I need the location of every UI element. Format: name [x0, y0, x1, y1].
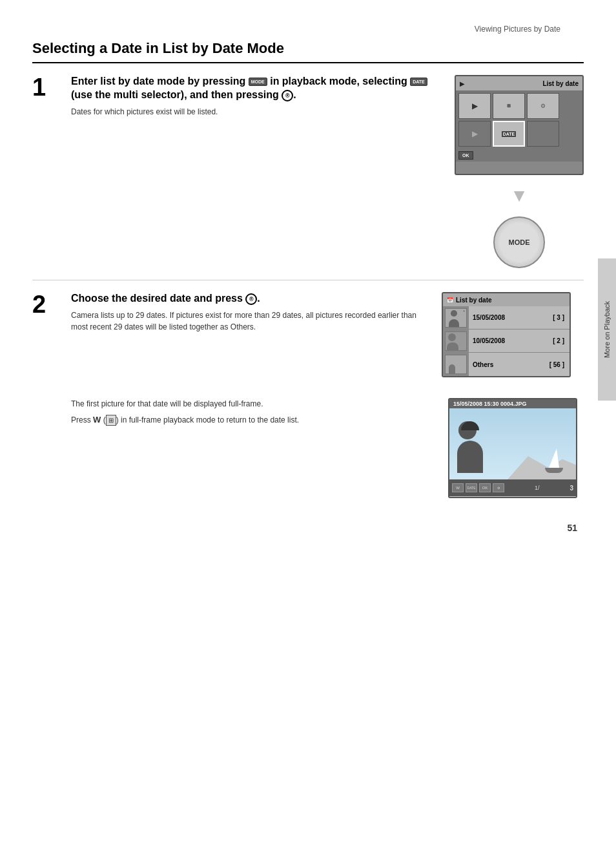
- content: 1 Enter list by date mode by pressing MO…: [0, 63, 616, 510]
- cs2-thumb-others: [443, 353, 469, 376]
- page: More on Playback Viewing Pictures by Dat…: [0, 0, 616, 849]
- cs1-cell-right2: [527, 121, 559, 147]
- cs1-cell-playback: ▶: [458, 93, 491, 119]
- person-body: [457, 441, 483, 473]
- cs1-cell-right1: ⚙: [527, 93, 559, 119]
- page-number: 51: [0, 510, 616, 546]
- cs1-header: ▶ List by date: [456, 76, 582, 90]
- step-2-number: 2: [32, 292, 58, 317]
- cs2-count-2: [ 2 ]: [553, 337, 570, 344]
- cs3-count-info: 3: [570, 485, 573, 492]
- cs1-cell-date-selected: DATE: [493, 121, 525, 147]
- camera-screen-fullframe: 15/05/2008 15:30 0004.JPG: [448, 398, 577, 498]
- date-inline-icon: DATE: [410, 78, 427, 86]
- cs3-bottom-icons: W DATE OK ⚙: [452, 483, 504, 492]
- step-2-images: 📅 List by date * 15/05/2008: [442, 292, 584, 377]
- step-1-images: ▶ List by date ▶ ▶: [455, 75, 584, 268]
- step-2-content: Choose the desired date and press ®. Cam…: [71, 292, 429, 335]
- step-1-number: 1: [32, 75, 58, 100]
- cs2-row-1: * 15/05/2008 [ 3 ]: [443, 306, 570, 330]
- cs2-thumb-1: *: [443, 306, 469, 330]
- w-btn-label: W: [93, 415, 101, 424]
- cs2-date-icon: 📅: [447, 297, 453, 303]
- mode-inline-icon: MODE: [249, 78, 267, 86]
- step-2-row: 2 Choose the desired date and press ®. C…: [32, 280, 584, 389]
- thumbnail-icon: ⊞: [106, 415, 116, 426]
- person-head: [458, 421, 477, 439]
- hull: [545, 468, 563, 473]
- ok-circle-1: ®: [282, 90, 293, 101]
- section-title: Selecting a Date in List by Date Mode: [32, 40, 584, 63]
- cs2-header: 📅 List by date: [443, 293, 570, 306]
- person-hair: [461, 421, 479, 430]
- cs2-others-count: [ 56 ]: [549, 361, 570, 368]
- cs3-icon-1: W: [452, 483, 464, 492]
- cs2-others-label: Others: [469, 361, 549, 368]
- cs2-count-1: [ 3 ]: [553, 314, 570, 321]
- sidebar-label: More on Playback: [603, 301, 611, 358]
- cs2-thumb-2: [443, 330, 469, 353]
- camera-screen-step2-list: 📅 List by date * 15/05/2008: [442, 292, 571, 377]
- step2-fullframe-wrapper: 15/05/2008 15:30 0004.JPG: [442, 398, 584, 498]
- cs1-title-text: List by date: [542, 80, 579, 87]
- cs3-photo-area: [449, 408, 576, 479]
- cs2-row-2: 10/05/2008 [ 2 ]: [443, 330, 570, 353]
- cs2-date-1: 15/05/2008: [469, 314, 553, 321]
- step2-below-section: The first picture for that date will be …: [32, 389, 584, 510]
- step-2-body: Camera lists up to 29 dates. If pictures…: [71, 309, 429, 333]
- step-2-heading: Choose the desired date and press ®.: [71, 292, 429, 306]
- person-figure: [456, 421, 495, 479]
- cs3-page-info: 1/: [535, 485, 540, 491]
- step-1-body: Dates for which pictures exist will be l…: [71, 106, 442, 118]
- ok-circle-2: ®: [245, 293, 257, 305]
- page-header: Viewing Pictures by Date Selecting a Dat…: [0, 0, 616, 63]
- cs3-icon-fn: ⚙: [493, 483, 504, 492]
- header-title: Viewing Pictures by Date: [32, 18, 584, 34]
- sailboat: [545, 448, 563, 473]
- cs1-cell-multi: ⊞: [493, 93, 525, 119]
- mode-button-illustration: MODE: [493, 216, 545, 268]
- sail: [549, 448, 559, 468]
- cs1-cell-play2: ▶: [458, 121, 491, 147]
- cs1-ok-btn: OK: [458, 151, 473, 160]
- cs3-info-bar: 15/05/2008 15:30 0004.JPG: [449, 399, 576, 408]
- step-1-content: Enter list by date mode by pressing MODE…: [71, 75, 442, 120]
- arrow-down-icon: ▼: [510, 185, 528, 206]
- camera-screen-step1: ▶ List by date ▶ ▶: [455, 75, 584, 175]
- step2-below-text: The first picture for that date will be …: [71, 398, 429, 426]
- cs2-row-others: Others [ 56 ]: [443, 353, 570, 376]
- cs3-icon-ok: OK: [479, 483, 491, 492]
- step-1-row: 1 Enter list by date mode by pressing MO…: [32, 63, 584, 280]
- step-1-heading: Enter list by date mode by pressing MODE…: [71, 75, 442, 102]
- cs3-bottom-bar: W DATE OK ⚙ 1/ 3: [449, 479, 576, 496]
- sidebar-tab: More on Playback: [598, 258, 616, 401]
- cs2-list-title: List by date: [456, 297, 492, 304]
- cs3-icon-date: DATE: [466, 483, 477, 492]
- cs2-date-2: 10/05/2008: [469, 337, 553, 344]
